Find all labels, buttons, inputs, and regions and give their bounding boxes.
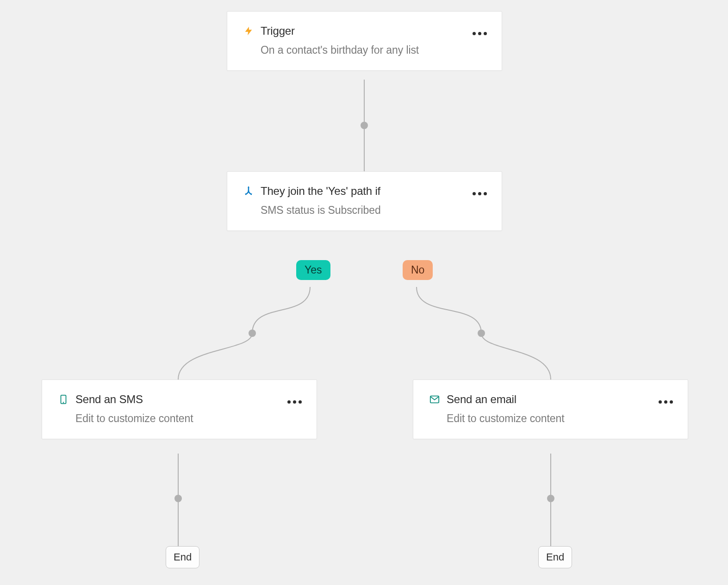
trigger-subtitle: On a contact's birthday for any list: [261, 44, 486, 56]
trigger-title: Trigger: [261, 25, 295, 37]
svg-point-7: [547, 495, 554, 502]
svg-point-5: [174, 495, 182, 502]
end-node-right: End: [538, 546, 572, 568]
ellipsis-icon: [659, 400, 673, 404]
sms-subtitle: Edit to customize content: [75, 412, 301, 425]
svg-point-9: [63, 402, 64, 403]
email-more-button[interactable]: [656, 395, 675, 409]
condition-subtitle: SMS status is Subscribed: [261, 204, 486, 217]
condition-title: They join the 'Yes' path if: [261, 185, 380, 198]
ellipsis-icon: [473, 192, 487, 195]
sms-more-button[interactable]: [285, 395, 304, 409]
sms-card[interactable]: Send an SMS Edit to customize content: [42, 380, 317, 439]
mail-icon: [429, 394, 440, 405]
condition-card[interactable]: They join the 'Yes' path if SMS status i…: [227, 171, 502, 231]
bolt-icon: [243, 25, 254, 37]
end-node-left: End: [166, 546, 199, 568]
workflow-canvas: Trigger On a contact's birthday for any …: [0, 0, 728, 585]
email-card[interactable]: Send an email Edit to customize content: [413, 380, 688, 439]
trigger-more-button[interactable]: [470, 26, 489, 40]
email-title: Send an email: [447, 393, 516, 406]
svg-point-1: [361, 122, 368, 129]
condition-more-button[interactable]: [470, 187, 489, 200]
yes-branch-label: Yes: [296, 260, 330, 280]
sms-title: Send an SMS: [75, 393, 143, 406]
ellipsis-icon: [473, 32, 487, 35]
ellipsis-icon: [287, 400, 302, 404]
trigger-card[interactable]: Trigger On a contact's birthday for any …: [227, 11, 502, 71]
svg-point-3: [478, 330, 485, 337]
no-branch-label: No: [403, 260, 433, 280]
connectors-layer: [0, 0, 728, 585]
phone-icon: [58, 394, 69, 405]
split-icon: [243, 186, 254, 197]
svg-point-2: [249, 330, 256, 337]
email-subtitle: Edit to customize content: [447, 412, 672, 425]
